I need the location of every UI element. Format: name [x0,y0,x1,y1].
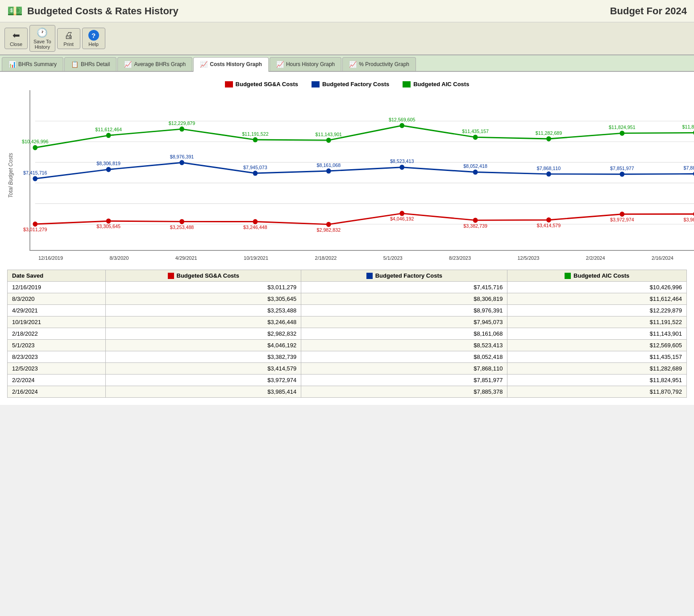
tab-avg-bhrs-label: Average BHRs Graph [134,61,186,67]
svg-point-31 [399,211,404,216]
app-title: Budgeted Costs & Rates History [27,5,179,17]
y-axis-label: Total Budget Costs [8,153,14,198]
svg-text:$3,305,645: $3,305,645 [96,224,121,229]
hours-history-icon: 📈 [276,61,284,68]
svg-text:$12,569,605: $12,569,605 [389,117,416,122]
svg-text:$11,282,689: $11,282,689 [536,130,562,135]
main-content: Budgeted SG&A Costs Budgeted Factory Cos… [0,72,694,405]
table-row: 4/29/2021$3,253,488$8,976,391$12,229,879 [8,305,687,316]
table-row: 10/19/2021$3,246,448$7,945,073$11,191,52… [8,316,687,328]
table-row: 5/1/2023$4,046,192$8,523,413$12,569,605 [8,340,687,351]
close-label: Close [10,42,22,47]
table-cell: $3,305,645 [106,293,301,305]
table-cell: $11,435,157 [507,351,687,363]
svg-text:$8,976,391: $8,976,391 [170,154,194,159]
tab-bhrs-detail[interactable]: 📋 BHRs Detail [64,57,116,71]
legend-factory: Budgeted Factory Costs [312,81,389,87]
x-axis-label: 8/3/2020 [109,255,129,261]
svg-point-29 [253,219,258,225]
tab-costs-history-label: Costs History Graph [210,61,262,67]
svg-point-24 [620,171,625,177]
th-aic: Budgeted AIC Costs [507,270,687,282]
table-cell: $7,851,977 [301,375,507,386]
table-cell: $8,306,819 [301,293,507,305]
table-cell: $3,972,974 [106,375,301,386]
svg-text:$8,161,068: $8,161,068 [317,162,341,167]
table-cell: $11,824,951 [507,375,687,386]
table-row: 12/5/2023$3,414,579$7,868,110$11,282,689 [8,363,687,375]
table-cell: 12/16/2019 [8,282,106,293]
th-sga-color [168,273,174,279]
save-label: Save ToHistory [33,39,51,50]
table-cell: 2/18/2022 [8,328,106,340]
legend-sga-label: Budgeted SG&A Costs [236,81,298,87]
svg-point-28 [179,219,184,225]
tab-costs-history-graph[interactable]: 📈 Costs History Graph [193,57,269,72]
print-button[interactable]: 🖨 Print [57,28,80,49]
tab-avg-bhrs-graph[interactable]: 📈 Average BHRs Graph [117,57,192,71]
svg-point-32 [473,218,478,223]
table-cell: $3,246,448 [106,316,301,328]
table-cell: 5/1/2023 [8,340,106,351]
table-cell: 2/16/2024 [8,386,106,398]
svg-point-9 [253,137,258,142]
svg-point-27 [106,218,111,224]
table-cell: $2,982,832 [106,328,301,340]
svg-text:$2,982,832: $2,982,832 [317,227,341,232]
title-left: 💵 Budgeted Costs & Rates History [7,4,179,18]
help-label: Help [88,42,99,47]
th-factory-label: Budgeted Factory Costs [375,272,442,279]
svg-text:$3,985,414: $3,985,414 [683,216,694,222]
svg-text:$11,870,792: $11,870,792 [682,124,694,129]
svg-point-16 [33,176,37,181]
th-aic-color [565,273,571,279]
tab-productivity-label: % Productivity Graph [359,61,409,67]
svg-text:$12,229,879: $12,229,879 [169,120,195,125]
table-cell: $7,945,073 [301,316,507,328]
table-cell: $11,143,901 [507,328,687,340]
x-axis-label: 2/2/2024 [586,255,605,261]
svg-point-22 [473,170,478,175]
th-date: Date Saved [8,270,106,282]
svg-text:$7,885,378: $7,885,378 [683,165,694,171]
svg-point-10 [326,137,331,143]
table-cell: 10/19/2021 [8,316,106,328]
svg-point-18 [179,160,184,165]
svg-point-26 [33,221,37,227]
svg-point-23 [546,171,551,177]
table-cell: 8/23/2023 [8,351,106,363]
tab-bhrs-summary[interactable]: 📊 BHRs Summary [2,57,63,71]
tab-bar: 📊 BHRs Summary 📋 BHRs Detail 📈 Average B… [0,55,694,72]
table-cell: $7,885,378 [301,386,507,398]
table-cell: $12,569,605 [507,340,687,351]
close-button[interactable]: ⬅ Close [4,28,28,49]
th-sga: Budgeted SG&A Costs [106,270,301,282]
chart-area: $10,426,996$11,612,464$12,229,879$11,191… [29,90,694,251]
tab-hours-history-graph[interactable]: 📈 Hours History Graph [270,57,341,71]
help-button[interactable]: ? Help [82,28,105,49]
x-axis-label: 12/5/2023 [517,255,539,261]
legend-aic-color [403,81,411,87]
help-icon: ? [88,30,99,41]
x-axis-label: 12/16/2019 [38,255,63,261]
table-cell: $3,382,739 [106,351,301,363]
svg-text:$7,868,110: $7,868,110 [537,165,561,171]
legend-aic-label: Budgeted AIC Costs [413,81,469,87]
table-cell: $12,229,879 [507,305,687,316]
tab-hours-history-label: Hours History Graph [286,61,335,67]
svg-point-14 [620,131,625,136]
save-to-history-button[interactable]: 🕐 Save ToHistory [29,25,55,52]
svg-text:$3,972,974: $3,972,974 [610,217,634,222]
table-cell: $3,011,279 [106,282,301,293]
legend-sga-color [225,81,233,87]
svg-text:$11,824,951: $11,824,951 [609,125,636,130]
legend-sga: Budgeted SG&A Costs [225,81,298,87]
app-icon: 💵 [7,4,23,18]
table-cell: 8/3/2020 [8,293,106,305]
table-cell: $11,612,464 [507,293,687,305]
bhrs-summary-icon: 📊 [8,61,16,68]
tab-productivity-graph[interactable]: 📈 % Productivity Graph [342,57,416,71]
x-axis-label: 2/18/2022 [315,255,337,261]
table-cell: $4,046,192 [106,340,301,351]
table-cell: 12/5/2023 [8,363,106,375]
